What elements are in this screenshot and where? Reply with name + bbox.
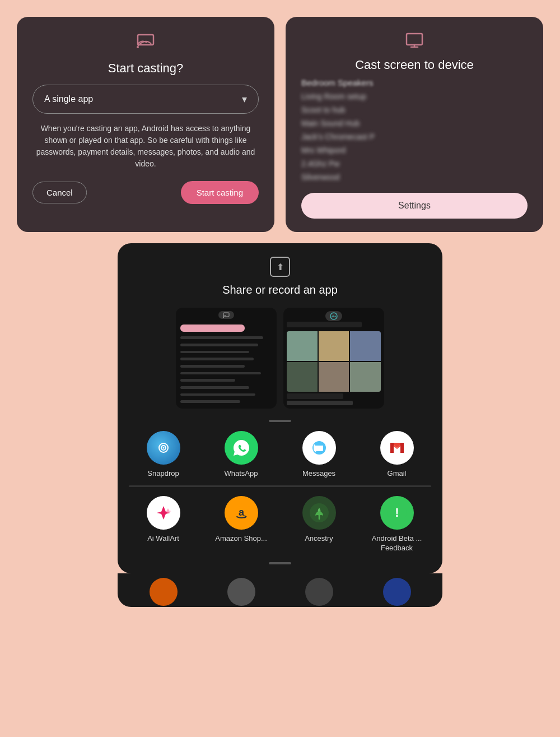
dropdown-value: A single app [44,94,93,104]
whatsapp-icon [225,431,258,465]
svg-text:a: a [238,507,244,518]
svg-point-10 [162,447,164,449]
messages-icon [302,431,336,465]
cast-badge [218,311,234,319]
amazon-icon: a [225,496,258,530]
app-preview-row [118,308,442,409]
app-grid-row2: Ai WallArt a Amazon Shop... [118,496,442,553]
bottom-scroll-indicator [269,562,291,564]
partial-app-icon-4 [383,578,411,606]
device-item[interactable]: Living Room setup [301,92,528,101]
device-item[interactable]: Mrs Whipord [301,146,528,155]
photos-badge [325,311,342,321]
app-label: Ancestry [305,534,333,544]
scroll-indicator [269,420,291,422]
dialog-actions: Cancel Start casting [32,181,259,204]
svg-text:!: ! [395,506,399,520]
gmail-icon [380,431,414,465]
androidbeta-icon: ! [380,496,414,530]
app-item-whatsapp[interactable]: WhatsApp [204,431,278,479]
upload-icon: ⬆ [270,257,290,277]
device-list: Bedroom Speakers Living Room setup Scoot… [301,78,528,182]
section-divider [129,485,431,487]
app-label: WhatsApp [225,469,258,479]
snapdrop-icon [147,431,180,465]
app-grid-row1: Snapdrop WhatsApp Messages [118,431,442,479]
app-label: Android Beta ... Feedback [372,534,422,553]
app-item-messages[interactable]: Messages [282,431,356,479]
app-label: Gmail [388,469,407,479]
svg-rect-5 [223,313,229,317]
photo-grid-preview [283,308,384,409]
settings-button[interactable]: Settings [301,193,528,219]
start-casting-button[interactable]: Start casting [181,181,259,204]
ancestry-icon [302,496,336,530]
app-item-amazon[interactable]: a Amazon Shop... [204,496,278,553]
share-record-panel: ⬆ Share or record an app [118,243,442,573]
cast-screen-title: Cast screen to device [355,58,474,72]
app-selector-dropdown[interactable]: A single app ▾ [32,85,259,114]
partial-app-icon-2 [227,578,255,606]
cast-description: When you're casting an app, Android has … [32,123,259,170]
app-label: Amazon Shop... [215,534,267,544]
dialog-title: Start casting? [108,61,184,76]
app-label: Messages [302,469,335,479]
svg-rect-2 [407,34,422,45]
app-label: Ai WallArt [147,534,179,544]
partial-app-icon-3 [305,578,333,606]
device-item[interactable]: Jack's Chromecast P [301,132,528,141]
app-item-gmail[interactable]: Gmail [360,431,433,479]
share-title: Share or record an app [222,284,338,296]
app-item-snapdrop[interactable]: Snapdrop [127,431,200,479]
device-item[interactable]: Silverwood [301,173,528,182]
cast-screen-icon [405,33,423,52]
device-item[interactable]: Scoot to hub [301,105,528,114]
preview-card-1[interactable] [176,308,277,409]
app-item-aiwallart[interactable]: Ai WallArt [127,496,200,553]
device-item[interactable]: 2.4Ghz Pw [301,159,528,168]
app-label: Snapdrop [147,469,179,479]
bottom-partial-row [118,573,442,607]
start-casting-dialog: Start casting? A single app ▾ When you'r… [17,17,274,232]
cast-device-dialog: Cast screen to device Bedroom Speakers L… [286,17,543,232]
cancel-button[interactable]: Cancel [32,182,87,203]
chevron-down-icon: ▾ [242,93,247,105]
cast-icon [137,33,155,52]
svg-rect-12 [390,443,394,453]
app-item-androidbeta[interactable]: ! Android Beta ... Feedback [360,496,433,553]
preview-card-content [176,308,277,409]
svg-point-6 [223,317,224,318]
device-item[interactable]: Main Sound Hub [301,119,528,128]
svg-rect-13 [400,443,404,453]
device-item[interactable]: Bedroom Speakers [301,78,528,87]
aiwallart-icon [147,496,180,530]
partial-app-icon-1 [150,578,178,606]
app-item-ancestry[interactable]: Ancestry [282,496,356,553]
preview-card-2[interactable] [283,308,384,409]
svg-point-1 [137,46,139,48]
